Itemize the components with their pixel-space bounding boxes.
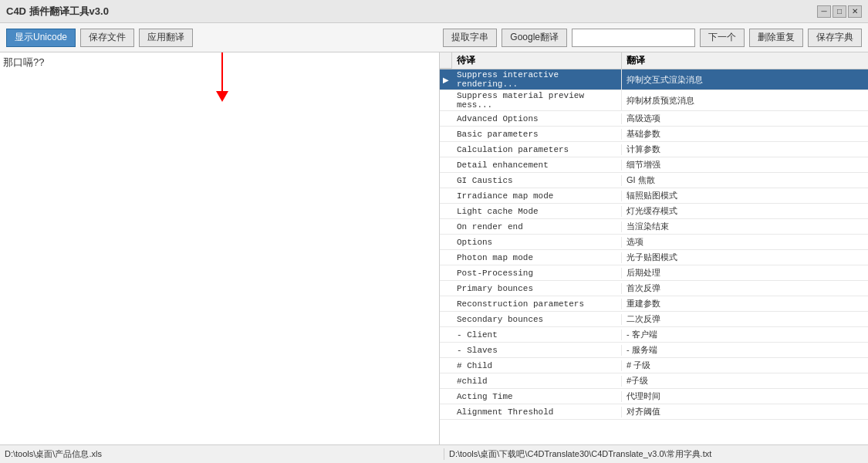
status-bar: D:\tools\桌面\产品信息.xls D:\tools\桌面\下载吧\C4D… xyxy=(0,444,868,463)
cell-pending: Post-Processing xyxy=(452,268,622,279)
row-arrow: ▶ xyxy=(440,76,452,84)
next-button[interactable]: 下一个 xyxy=(700,29,745,47)
cell-pending: Irradiance map mode xyxy=(452,191,622,201)
search-input[interactable] xyxy=(572,29,695,47)
cell-translation: 辐照贴图模式 xyxy=(622,189,868,202)
cell-translation: 代理时间 xyxy=(622,390,868,403)
save-file-button[interactable]: 保存文件 xyxy=(80,29,134,47)
table-row[interactable]: Suppress material preview mess...抑制材质预览消… xyxy=(440,90,868,111)
cell-pending: Secondary bounces xyxy=(452,314,622,325)
main-content: 那口嗝?? 待译 翻译 ▶Suppress interactive render… xyxy=(0,52,868,444)
cell-translation: 首次反弹 xyxy=(622,282,868,295)
cell-translation: 抑制材质预览消息 xyxy=(622,94,868,107)
cell-pending: On render end xyxy=(452,221,622,232)
cell-pending: - Client xyxy=(452,330,622,340)
table-row[interactable]: On render end当渲染结束 xyxy=(440,219,868,235)
cell-pending: Suppress interactive rendering... xyxy=(452,69,622,90)
header-pending: 待译 xyxy=(452,52,622,69)
cell-translation: 灯光缓存模式 xyxy=(622,204,868,218)
google-translate-button[interactable]: Google翻译 xyxy=(502,29,567,47)
cell-translation: 计算参数 xyxy=(622,143,868,156)
app-title: C4D 插件翻译工具v3.0 xyxy=(6,5,109,19)
table-row[interactable]: Calculation parameters计算参数 xyxy=(440,142,868,157)
toolbar: 显示Unicode 保存文件 应用翻译 提取字串 Google翻译 下一个 删除… xyxy=(0,23,868,52)
remove-dup-button[interactable]: 删除重复 xyxy=(749,29,803,47)
window-controls: ─ □ ✕ xyxy=(817,5,862,18)
cell-translation: 对齐阈值 xyxy=(622,405,868,418)
cell-translation: - 服务端 xyxy=(622,343,868,357)
cell-pending: Primary bounces xyxy=(452,283,622,294)
status-left: D:\tools\桌面\产品信息.xls xyxy=(5,448,444,460)
left-panel-content: 那口嗝?? xyxy=(3,56,44,68)
cell-translation: # 子级 xyxy=(622,359,868,372)
cell-translation: 抑制交互式渲染消息 xyxy=(622,73,868,86)
right-panel: 待译 翻译 ▶Suppress interactive rendering...… xyxy=(440,52,868,444)
cell-translation: 后期处理 xyxy=(622,266,868,279)
table-row[interactable]: ▶Suppress interactive rendering...抑制交互式渲… xyxy=(440,69,868,90)
cell-translation: 高级选项 xyxy=(622,112,868,125)
table-row[interactable]: Detail enhancement细节增强 xyxy=(440,157,868,173)
cell-pending: #child xyxy=(452,376,622,387)
table-row[interactable]: #child#子级 xyxy=(440,373,868,389)
table-row[interactable]: Reconstruction parameters重建参数 xyxy=(440,296,868,312)
cell-pending: Alignment Threshold xyxy=(452,407,622,417)
table-row[interactable]: Post-Processing后期处理 xyxy=(440,265,868,281)
table-row[interactable]: Secondary bounces二次反弹 xyxy=(440,312,868,327)
minimize-button[interactable]: ─ xyxy=(817,5,831,18)
table-header: 待译 翻译 xyxy=(440,52,868,69)
cell-pending: Photon map mode xyxy=(452,252,622,263)
cell-translation: 重建参数 xyxy=(622,297,868,310)
left-panel: 那口嗝?? xyxy=(0,52,440,444)
cell-translation: 当渲染结束 xyxy=(622,220,868,233)
cell-pending: Calculation parameters xyxy=(452,144,622,155)
table-row[interactable]: Basic parameters基础参数 xyxy=(440,127,868,142)
extract-button[interactable]: 提取字串 xyxy=(443,29,497,47)
cell-translation: 光子贴图模式 xyxy=(622,251,868,264)
cell-pending: Acting Time xyxy=(452,391,622,402)
table-row[interactable]: Options选项 xyxy=(440,235,868,250)
cell-translation: - 客户端 xyxy=(622,328,868,341)
table-body[interactable]: ▶Suppress interactive rendering...抑制交互式渲… xyxy=(440,69,868,444)
close-button[interactable]: ✕ xyxy=(848,5,862,18)
cell-pending: Basic parameters xyxy=(452,129,622,140)
cell-translation: 基础参数 xyxy=(622,127,868,140)
table-row[interactable]: Advanced Options高级选项 xyxy=(440,111,868,127)
cell-pending: Reconstruction parameters xyxy=(452,299,622,309)
header-arrow-col xyxy=(440,52,452,69)
table-row[interactable]: Light cache Mode灯光缓存模式 xyxy=(440,204,868,219)
maximize-button[interactable]: □ xyxy=(833,5,846,18)
cell-pending: Detail enhancement xyxy=(452,160,622,171)
cell-translation: 二次反弹 xyxy=(622,313,868,326)
table-row[interactable]: GI CausticsGI 焦散 xyxy=(440,173,868,188)
cell-translation: 选项 xyxy=(622,235,868,248)
table-row[interactable]: Photon map mode光子贴图模式 xyxy=(440,250,868,265)
table-row[interactable]: Primary bounces首次反弹 xyxy=(440,281,868,296)
cell-pending: Suppress material preview mess... xyxy=(452,90,622,110)
cell-pending: GI Caustics xyxy=(452,175,622,186)
header-translation: 翻译 xyxy=(622,52,856,69)
cell-translation: #子级 xyxy=(622,374,868,387)
status-right: D:\tools\桌面\下载吧\C4DTranslate30\C4DTransl… xyxy=(444,448,863,460)
table-row[interactable]: # Child# 子级 xyxy=(440,358,868,373)
table-row[interactable]: - Slaves- 服务端 xyxy=(440,343,868,358)
cell-translation: 细节增强 xyxy=(622,158,868,171)
cell-pending: Advanced Options xyxy=(452,113,622,124)
table-row[interactable]: - Client- 客户端 xyxy=(440,327,868,343)
title-bar: C4D 插件翻译工具v3.0 ─ □ ✕ xyxy=(0,0,868,23)
save-dict-button[interactable]: 保存字典 xyxy=(808,29,862,47)
unicode-button[interactable]: 显示Unicode xyxy=(6,29,76,47)
cell-translation: GI 焦散 xyxy=(622,174,868,187)
cell-pending: Options xyxy=(452,237,622,248)
cell-pending: Light cache Mode xyxy=(452,206,622,217)
table-row[interactable]: Irradiance map mode辐照贴图模式 xyxy=(440,188,868,204)
cell-pending: # Child xyxy=(452,360,622,371)
apply-translate-button[interactable]: 应用翻译 xyxy=(139,29,193,47)
table-row[interactable]: Alignment Threshold对齐阈值 xyxy=(440,404,868,420)
cell-pending: - Slaves xyxy=(452,345,622,356)
table-row[interactable]: Acting Time代理时间 xyxy=(440,389,868,404)
